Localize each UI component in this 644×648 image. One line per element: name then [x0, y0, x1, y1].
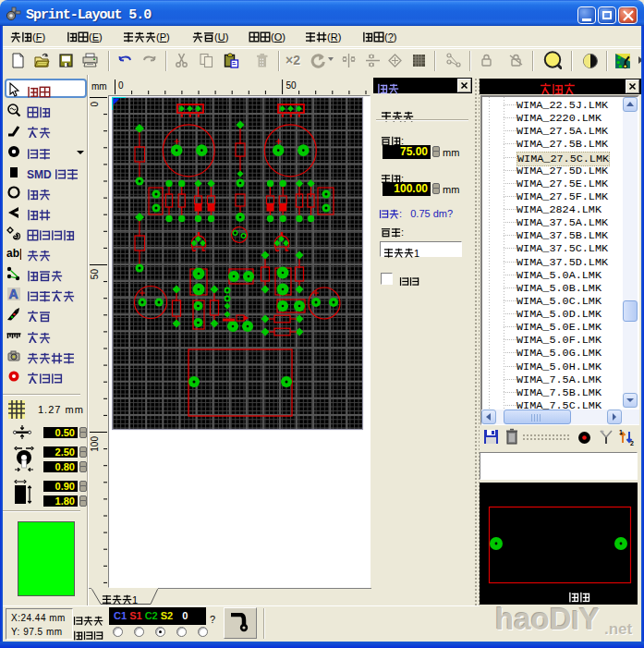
svg-text:100: 100	[90, 436, 100, 452]
svg-text:50: 50	[286, 80, 298, 91]
svg-text:2: 2	[630, 440, 634, 446]
svg-text:0: 0	[118, 80, 124, 91]
svg-text:1: 1	[619, 429, 623, 435]
svg-text:0: 0	[90, 102, 100, 107]
svg-text:A: A	[9, 287, 18, 301]
svg-text:ab|: ab|	[6, 247, 21, 260]
svg-text:50: 50	[90, 269, 100, 280]
